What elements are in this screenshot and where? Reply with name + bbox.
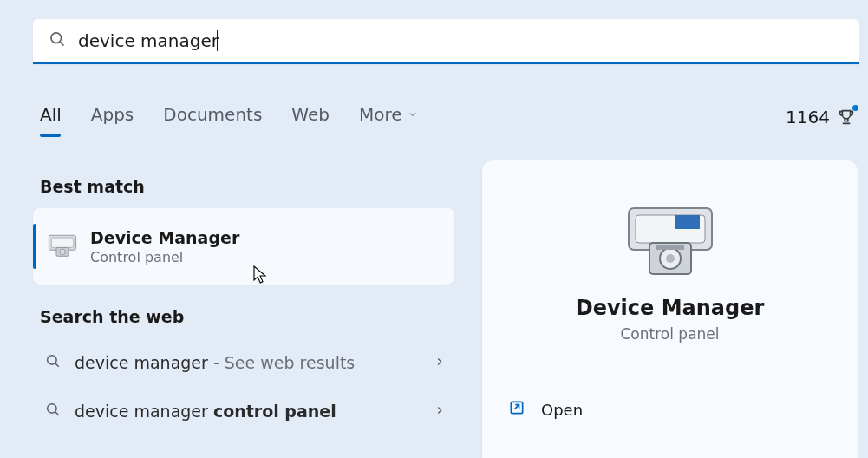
section-best-match: Best match	[40, 177, 454, 196]
svg-line-1	[60, 42, 63, 45]
web-result-0[interactable]: device manager - See web results	[33, 338, 454, 387]
search-icon	[45, 353, 61, 372]
svg-rect-13	[675, 215, 700, 229]
chevron-down-icon	[408, 109, 418, 120]
trophy-icon	[837, 108, 856, 127]
svg-line-8	[55, 363, 59, 367]
web-result-bold: control panel	[213, 402, 336, 421]
detail-title: Device Manager	[576, 296, 765, 320]
svg-point-16	[666, 254, 675, 263]
open-external-icon	[508, 399, 525, 420]
search-input[interactable]: device manager	[78, 30, 219, 51]
tab-all[interactable]: All	[40, 104, 62, 130]
search-icon	[45, 402, 61, 421]
device-manager-icon	[623, 204, 718, 282]
tab-more[interactable]: More	[359, 104, 418, 130]
results-column: Best match Device Manager Control panel …	[33, 165, 454, 435]
detail-subtitle: Control panel	[620, 325, 719, 343]
svg-rect-3	[51, 238, 74, 247]
svg-line-10	[55, 412, 59, 415]
device-manager-icon	[47, 231, 78, 262]
rewards-counter[interactable]: 1164	[786, 107, 856, 128]
rewards-points: 1164	[786, 107, 830, 128]
svg-point-9	[48, 404, 57, 414]
svg-point-6	[62, 251, 64, 253]
best-match-result[interactable]: Device Manager Control panel	[33, 208, 454, 285]
best-match-subtitle: Control panel	[90, 249, 239, 265]
search-bar[interactable]: device manager	[33, 19, 859, 64]
open-action[interactable]: Open	[482, 388, 858, 431]
tab-more-label: More	[359, 104, 402, 125]
svg-point-7	[48, 356, 57, 365]
chevron-right-icon	[434, 403, 446, 420]
web-result-text: device manager	[75, 353, 208, 372]
details-panel: Device Manager Control panel Open	[482, 160, 858, 458]
tab-documents[interactable]: Documents	[163, 104, 262, 130]
svg-rect-17	[656, 245, 684, 250]
open-label: Open	[541, 401, 583, 419]
search-icon	[49, 30, 66, 51]
web-result-text: device manager	[75, 402, 213, 421]
best-match-title: Device Manager	[90, 228, 239, 247]
section-search-web: Search the web	[40, 307, 454, 326]
tab-apps[interactable]: Apps	[91, 104, 134, 130]
web-result-1[interactable]: device manager control panel	[33, 387, 454, 435]
text-caret	[217, 30, 218, 51]
chevron-right-icon	[434, 355, 446, 371]
web-result-hint: - See web results	[208, 353, 355, 372]
filter-tabs: All Apps Documents Web More 1164	[40, 95, 856, 139]
tab-web[interactable]: Web	[291, 104, 330, 130]
svg-point-0	[51, 32, 62, 43]
